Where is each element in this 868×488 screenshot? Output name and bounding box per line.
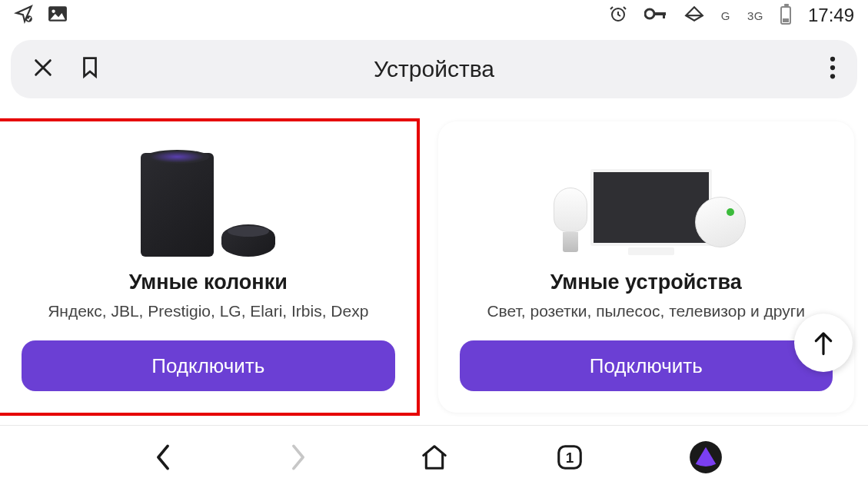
svg-point-7 (830, 57, 835, 61)
connect-button[interactable]: Подключить (460, 340, 833, 391)
card-title: Умные устройства (550, 271, 742, 294)
network-3g-label: 3G (747, 9, 763, 22)
page-title: Устройства (374, 56, 494, 82)
more-icon[interactable] (830, 56, 836, 82)
speakers-illustration (141, 141, 275, 257)
card-title: Умные колонки (129, 271, 288, 294)
close-icon[interactable] (32, 57, 54, 81)
alarm-icon (609, 5, 627, 27)
wifi-icon (684, 5, 704, 26)
vpn-key-icon (644, 7, 667, 25)
clock-time: 17:49 (808, 5, 854, 26)
nav-tabs-icon[interactable]: 1 (550, 438, 589, 476)
connect-button[interactable]: Подключить (22, 340, 395, 391)
network-g-label: G (721, 9, 730, 22)
svg-rect-6 (663, 12, 665, 18)
card-smart-speakers[interactable]: Умные колонки Яндекс, JBL, Prestigio, LG… (0, 121, 417, 413)
status-bar: G 3G 17:49 (0, 0, 868, 31)
scroll-up-button[interactable] (794, 314, 853, 372)
app-bar: Устройства (11, 40, 857, 98)
nav-home-icon[interactable] (415, 438, 454, 476)
gallery-icon (48, 5, 68, 26)
nav-alice-icon[interactable] (687, 438, 725, 476)
devices-illustration (546, 141, 746, 257)
cards-row: Умные колонки Яндекс, JBL, Prestigio, LG… (0, 98, 868, 413)
svg-point-4 (645, 9, 654, 18)
card-subtitle: Яндекс, JBL, Prestigio, LG, Elari, Irbis… (48, 302, 368, 320)
svg-point-8 (830, 65, 835, 70)
bottom-nav: 1 (0, 425, 868, 488)
nav-forward-icon (279, 438, 318, 476)
svg-point-9 (830, 74, 835, 78)
svg-text:1: 1 (566, 450, 574, 466)
card-subtitle: Свет, розетки, пылесос, телевизор и друг… (487, 302, 805, 320)
bookmark-icon[interactable] (80, 56, 100, 82)
nav-back-icon[interactable] (144, 438, 182, 476)
card-smart-devices[interactable]: Умные устройства Свет, розетки, пылесос,… (438, 121, 855, 413)
svg-point-2 (52, 9, 55, 12)
battery-icon (780, 6, 791, 25)
location-share-icon (14, 4, 34, 28)
